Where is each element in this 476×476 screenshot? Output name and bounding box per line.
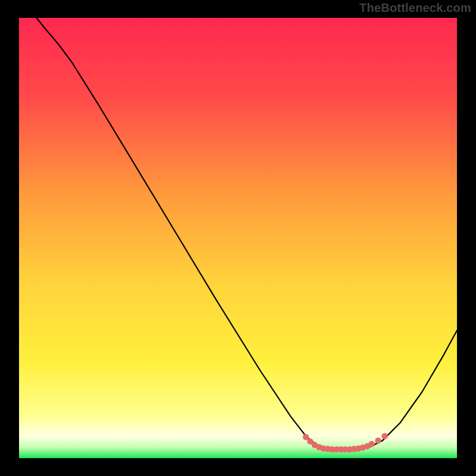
optimum-dot <box>381 433 387 439</box>
optimum-dot <box>303 434 309 440</box>
chart-frame: TheBottleneck.com <box>0 0 476 476</box>
watermark-text: TheBottleneck.com <box>359 1 471 15</box>
optimum-dot <box>375 437 381 443</box>
optimum-dot <box>368 441 374 447</box>
bottleneck-chart <box>0 0 476 476</box>
